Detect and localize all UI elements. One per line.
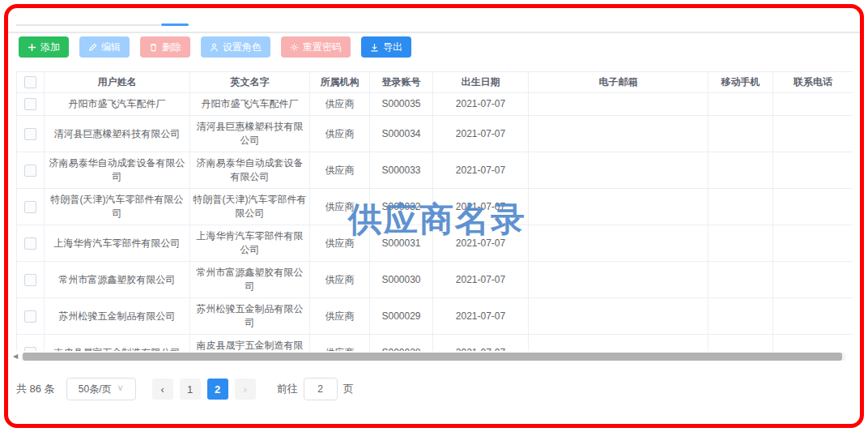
user-icon — [210, 43, 219, 52]
cell-email — [529, 116, 708, 152]
set-role-button[interactable]: 设置角色 — [201, 36, 270, 58]
cell-email — [529, 189, 708, 225]
cell-account: S000030 — [370, 262, 433, 298]
delete-button[interactable]: 删除 — [140, 36, 190, 58]
cell-phone — [773, 298, 853, 335]
cell-org: 供应商 — [310, 225, 370, 262]
table-row: 南皮县晟宇五金制造有限公司南皮县晟宇五金制造有限公司供应商S0000282021… — [17, 335, 853, 352]
cell-org: 供应商 — [310, 262, 370, 298]
cell-en: 丹阳市盛飞汽车配件厂 — [190, 93, 310, 116]
cell-en: 苏州松骏五金制品有限公司 — [190, 298, 310, 335]
header-divider — [8, 32, 860, 33]
table-row: 特朗普(天津)汽车零部件有限公司特朗普(天津)汽车零部件有限公司供应商S0000… — [17, 189, 853, 225]
cell-name: 常州市富源鑫塑胶有限公司 — [45, 262, 190, 298]
cell-account: S000029 — [370, 298, 433, 335]
cell-mobile — [708, 93, 773, 116]
scrollbar-track[interactable] — [21, 353, 845, 361]
select-all-checkbox[interactable] — [24, 76, 36, 88]
goto-label: 前往 — [277, 382, 298, 396]
next-page-button[interactable]: › — [235, 379, 256, 400]
export-button[interactable]: 导出 — [361, 36, 411, 58]
reset-password-button-label: 重置密码 — [303, 42, 342, 52]
row-checkbox[interactable] — [24, 274, 36, 286]
select-all-cell — [17, 72, 45, 93]
cell-en: 清河县巨惠橡塑科技有限公司 — [190, 116, 310, 152]
table-row: 清河县巨惠橡塑科技有限公司清河县巨惠橡塑科技有限公司供应商S0000342021… — [17, 116, 853, 152]
cell-birth: 2021-07-07 — [433, 262, 529, 298]
cell-en: 济南易泰华自动成套设备有限公司 — [190, 152, 310, 189]
column-header-birth: 出生日期 — [433, 72, 529, 93]
cell-org: 供应商 — [310, 152, 370, 189]
cell-phone — [773, 152, 853, 189]
scroll-left-arrow-icon[interactable]: ◀ — [10, 351, 21, 362]
cell-mobile — [708, 189, 773, 225]
cell-phone — [773, 225, 853, 262]
row-checkbox[interactable] — [24, 237, 36, 250]
cell-en: 常州市富源鑫塑胶有限公司 — [190, 262, 310, 298]
cell-mobile — [708, 262, 773, 298]
cell-account: S000032 — [370, 189, 433, 225]
cell-name: 济南易泰华自动成套设备有限公司 — [45, 152, 190, 189]
cell-mobile — [708, 116, 773, 152]
suppliers-table: 用户姓名 英文名字 所属机构 登录账号 出生日期 电子邮箱 移动手机 联系电话 … — [16, 71, 853, 351]
row-checkbox-cell — [17, 152, 45, 189]
cell-org: 供应商 — [310, 93, 370, 116]
cell-account: S000034 — [370, 116, 433, 152]
row-checkbox-cell — [17, 298, 45, 335]
add-button[interactable]: 添加 — [19, 36, 69, 58]
row-checkbox-cell — [17, 262, 45, 298]
row-checkbox-cell — [17, 335, 45, 352]
gear-icon — [290, 43, 299, 52]
row-checkbox[interactable] — [24, 310, 36, 323]
cell-org: 供应商 — [310, 298, 370, 335]
cell-mobile — [708, 225, 773, 262]
cell-email — [529, 93, 708, 116]
cell-org: 供应商 — [310, 189, 370, 225]
cell-phone — [773, 262, 853, 298]
table-row: 上海华肯汽车零部件有限公司上海华肯汽车零部件有限公司供应商S0000312021… — [17, 225, 853, 262]
reset-password-button[interactable]: 重置密码 — [281, 36, 351, 58]
edit-button-label: 编辑 — [101, 42, 121, 52]
column-header-mobile: 移动手机 — [708, 72, 773, 93]
cell-birth: 2021-07-07 — [433, 225, 529, 262]
row-checkbox[interactable] — [24, 128, 36, 140]
page-size-select[interactable]: 50条/页 ∨ — [66, 378, 136, 400]
page-button-1[interactable]: 1 — [180, 379, 201, 400]
column-header-account: 登录账号 — [370, 72, 433, 93]
edit-button[interactable]: 编辑 — [79, 36, 130, 58]
cell-email — [529, 225, 708, 262]
page-button-2[interactable]: 2 — [207, 379, 228, 400]
cell-name: 特朗普(天津)汽车零部件有限公司 — [45, 189, 190, 225]
cell-en: 上海华肯汽车零部件有限公司 — [190, 225, 310, 262]
cell-en: 南皮县晟宇五金制造有限公司 — [190, 335, 310, 352]
cell-email — [529, 335, 708, 352]
cell-birth: 2021-07-07 — [433, 298, 529, 335]
table-container: 用户姓名 英文名字 所属机构 登录账号 出生日期 电子邮箱 移动手机 联系电话 … — [16, 71, 853, 351]
column-header-org: 所属机构 — [310, 72, 370, 93]
cell-phone — [773, 93, 853, 116]
cell-email — [529, 262, 708, 298]
row-checkbox[interactable] — [24, 201, 36, 213]
total-count: 共 86 条 — [16, 382, 55, 396]
goto-unit: 页 — [343, 382, 354, 396]
app-frame: 添加 编辑 删除 设置角色 重置密码 — [4, 4, 864, 428]
cell-account: S000033 — [370, 152, 433, 189]
cell-account: S000028 — [370, 335, 433, 352]
table-row: 济南易泰华自动成套设备有限公司济南易泰华自动成套设备有限公司供应商S000033… — [17, 152, 853, 189]
cell-email — [529, 152, 708, 189]
export-button-label: 导出 — [383, 42, 402, 52]
download-icon — [370, 43, 379, 52]
row-checkbox-cell — [17, 225, 45, 262]
cell-name: 丹阳市盛飞汽车配件厂 — [45, 93, 190, 116]
set-role-button-label: 设置角色 — [223, 42, 262, 52]
row-checkbox[interactable] — [24, 165, 36, 177]
table-header-row: 用户姓名 英文名字 所属机构 登录账号 出生日期 电子邮箱 移动手机 联系电话 — [17, 72, 853, 93]
row-checkbox-cell — [17, 93, 45, 116]
goto-page-input[interactable] — [304, 378, 338, 400]
cell-org: 供应商 — [310, 335, 370, 352]
prev-page-button[interactable]: ‹ — [152, 379, 173, 400]
scrollbar-thumb[interactable] — [23, 353, 842, 361]
cell-name: 南皮县晟宇五金制造有限公司 — [45, 335, 190, 352]
cell-mobile — [708, 335, 773, 352]
row-checkbox[interactable] — [24, 98, 36, 110]
